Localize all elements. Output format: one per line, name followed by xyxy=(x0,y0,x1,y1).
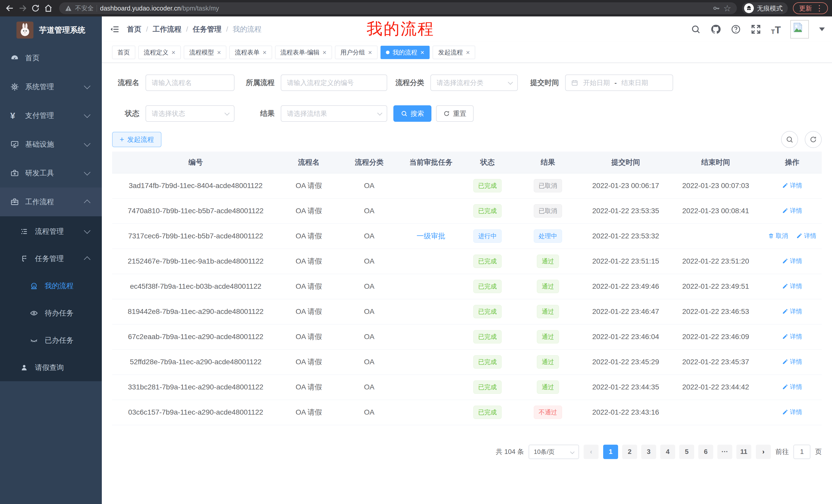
sidebar-item-done-tasks[interactable]: 已办任务 xyxy=(0,327,102,354)
table-row: 7317cec6-7b9b-11ec-b5b7-acde48001122 OA … xyxy=(112,223,822,249)
next-page-button[interactable]: › xyxy=(756,445,771,459)
cell-actions: 详情 xyxy=(762,173,822,198)
view-tab[interactable]: 首页 × xyxy=(112,46,135,59)
search-button[interactable]: 搜索 xyxy=(393,105,432,122)
browser-update-button[interactable]: 更新 ⋮ xyxy=(793,2,828,14)
detail-link[interactable]: 详情 xyxy=(782,282,802,290)
cell-submit-time: 2022-01-22 23:46:04 xyxy=(582,324,669,349)
detail-link[interactable]: 详情 xyxy=(782,257,802,265)
password-key-icon[interactable] xyxy=(712,4,721,12)
sidebar-item-process-mgmt[interactable]: 流程管理 xyxy=(0,218,102,245)
search-icon[interactable] xyxy=(690,24,701,35)
page-button[interactable]: 6 xyxy=(698,445,713,459)
cell-status: 已完成 xyxy=(462,400,513,425)
sidebar-item-workflow[interactable]: 工作流程 xyxy=(0,188,102,216)
avatar-caret-icon[interactable] xyxy=(819,27,825,31)
view-tab[interactable]: 流程表单 × xyxy=(229,46,272,59)
page-button[interactable]: 2 xyxy=(622,445,637,459)
prev-page-button[interactable]: ‹ xyxy=(583,445,599,459)
process-name-input[interactable] xyxy=(146,75,234,90)
address-bar[interactable]: 不安全 dashboard.yudao.iocoder.cn/bpm/task/… xyxy=(59,2,737,14)
page-button[interactable]: 5 xyxy=(679,445,694,459)
page-button[interactable]: 11 xyxy=(736,445,751,459)
browser-reload-icon[interactable] xyxy=(30,3,41,14)
sidebar-item-label: 任务管理 xyxy=(35,254,102,263)
current-task-link[interactable]: 一级审批 xyxy=(417,232,445,240)
bookmark-star-icon[interactable]: ☆ xyxy=(724,4,731,12)
page-button[interactable]: 3 xyxy=(641,445,656,459)
fullscreen-icon[interactable] xyxy=(750,24,761,35)
page-button[interactable]: 1 xyxy=(603,445,618,459)
create-process-button[interactable]: + 发起流程 xyxy=(112,132,161,147)
page-size-select[interactable]: 10条/页 xyxy=(529,445,579,459)
sidebar-item-system[interactable]: 系统管理 xyxy=(0,73,102,101)
sidebar-item-devtools[interactable]: 研发工具 xyxy=(0,159,102,188)
detail-link[interactable]: 详情 xyxy=(782,358,802,366)
close-icon[interactable]: × xyxy=(323,49,327,56)
close-icon[interactable]: × xyxy=(217,49,221,56)
cell-end-time: 2022-01-23 00:07:03 xyxy=(669,173,762,198)
table-toolbar: + 发起流程 xyxy=(112,131,822,148)
status-select[interactable]: 请选择状态 xyxy=(146,105,234,122)
browser-menu-icon[interactable]: ⋮ xyxy=(815,4,823,12)
browser-home-icon[interactable] xyxy=(43,3,54,14)
detail-link[interactable]: 详情 xyxy=(782,181,802,190)
omnibox-divider xyxy=(97,5,97,11)
cell-result: 不通过 xyxy=(513,400,582,425)
create-process-label: 发起流程 xyxy=(127,135,154,144)
result-badge: 通过 xyxy=(537,305,559,318)
detail-link[interactable]: 详情 xyxy=(782,383,802,391)
sidebar-item-payment[interactable]: ¥ 支付管理 xyxy=(0,101,102,130)
view-tab[interactable]: 我的流程 × xyxy=(381,46,430,59)
detail-link[interactable]: 详情 xyxy=(782,332,802,341)
sidebar-fold-icon[interactable] xyxy=(109,24,120,35)
breadcrumb-home[interactable]: 首页 xyxy=(127,24,141,34)
pagination: 共 104 条 10条/页 ‹ 1 2 3 4 5 6 xyxy=(112,445,822,459)
page-button[interactable]: 4 xyxy=(660,445,675,459)
cell-process-name: OA 请假 xyxy=(279,299,338,324)
font-size-icon[interactable]: TT xyxy=(770,24,782,35)
cell-process-id: 331bc281-7b9a-11ec-a290-acde48001122 xyxy=(112,374,279,400)
close-icon[interactable]: × xyxy=(466,49,470,56)
breadcrumb-workflow[interactable]: 工作流程 xyxy=(153,24,182,34)
view-tab[interactable]: 流程模型 × xyxy=(184,46,226,59)
goto-page-input[interactable] xyxy=(794,445,810,459)
column-header-id: 编号 xyxy=(112,151,279,173)
detail-link[interactable]: 详情 xyxy=(782,408,802,416)
close-icon[interactable]: × xyxy=(368,49,372,56)
cell-process-id: 52ffd28e-7b9a-11ec-a290-acde48001122 xyxy=(112,349,279,374)
cancel-link[interactable]: 取消 xyxy=(768,232,788,240)
github-icon[interactable] xyxy=(710,24,722,35)
user-avatar[interactable] xyxy=(790,20,809,38)
show-search-toggle-button[interactable] xyxy=(781,131,798,148)
detail-link[interactable]: 详情 xyxy=(796,232,816,240)
detail-link[interactable]: 详情 xyxy=(782,206,802,215)
result-select[interactable]: 请选择流结果 xyxy=(281,105,387,122)
reset-button[interactable]: 重置 xyxy=(436,105,474,122)
breadcrumb-task-mgmt[interactable]: 任务管理 xyxy=(193,24,222,34)
close-icon[interactable]: × xyxy=(172,49,175,56)
sidebar-item-infra[interactable]: 基础设施 xyxy=(0,130,102,159)
close-icon[interactable]: × xyxy=(420,49,424,56)
sidebar-item-todo-tasks[interactable]: 待办任务 xyxy=(0,300,102,327)
category-select[interactable]: 请选择流程分类 xyxy=(431,75,518,91)
refresh-table-button[interactable] xyxy=(805,131,822,148)
sidebar-item-my-process[interactable]: 我的流程 xyxy=(0,272,102,300)
view-tab[interactable]: 发起流程 × xyxy=(433,46,475,59)
view-tab[interactable]: 流程表单-编辑 × xyxy=(275,46,332,59)
browser-back-icon[interactable] xyxy=(4,3,16,14)
submit-time-range-picker[interactable]: 开始日期 - 结束日期 xyxy=(565,75,673,91)
detail-link[interactable]: 详情 xyxy=(782,307,802,315)
help-icon[interactable] xyxy=(730,24,742,35)
close-icon[interactable]: × xyxy=(262,49,266,56)
sidebar-item-home[interactable]: 首页 xyxy=(0,44,102,73)
process-def-input[interactable] xyxy=(281,75,387,90)
sidebar-item-leave-query[interactable]: 请假查询 xyxy=(0,354,102,381)
breadcrumb-separator: / xyxy=(226,25,228,33)
page-button[interactable]: ··· xyxy=(717,445,732,459)
sidebar-item-task-mgmt[interactable]: 任务管理 xyxy=(0,245,102,272)
view-tab[interactable]: 流程定义 × xyxy=(138,46,181,59)
chevron-down-icon xyxy=(377,110,382,116)
browser-forward-icon[interactable] xyxy=(17,3,28,14)
view-tab[interactable]: 用户分组 × xyxy=(335,46,378,59)
